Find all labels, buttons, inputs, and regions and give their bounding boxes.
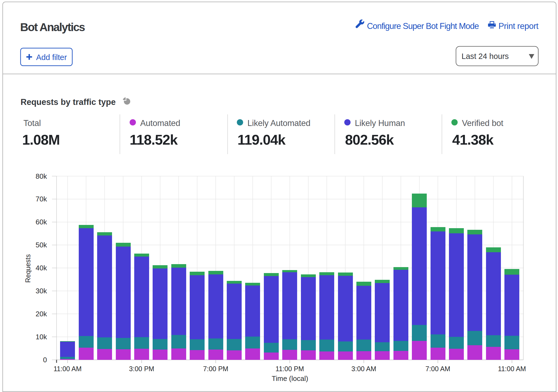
- svg-text:Bot Analytics: Bot Analytics: [20, 21, 85, 34]
- svg-text:11:00 AM: 11:00 AM: [54, 365, 82, 373]
- svg-text:70k: 70k: [36, 195, 47, 203]
- svg-text:7:00 AM: 7:00 AM: [425, 365, 450, 373]
- svg-text:11:00 PM: 11:00 PM: [275, 365, 304, 373]
- svg-text:3:00 PM: 3:00 PM: [129, 365, 154, 373]
- svg-text:3:00 AM: 3:00 AM: [352, 365, 376, 373]
- svg-text:7:00 PM: 7:00 PM: [203, 365, 228, 373]
- svg-text:10k: 10k: [36, 333, 47, 341]
- svg-text:Time (local): Time (local): [272, 374, 308, 383]
- svg-text:1.08M: 1.08M: [22, 132, 60, 148]
- svg-text:Verified bot: Verified bot: [462, 118, 503, 128]
- svg-text:119.04k: 119.04k: [238, 132, 286, 148]
- svg-text:60k: 60k: [36, 218, 47, 226]
- svg-text:Likely Human: Likely Human: [355, 118, 405, 128]
- svg-text:41.38k: 41.38k: [452, 132, 494, 148]
- svg-text:Total: Total: [24, 118, 41, 128]
- svg-text:Configure Super Bot Fight Mode: Configure Super Bot Fight Mode: [367, 21, 479, 31]
- svg-text:0: 0: [43, 356, 47, 364]
- svg-text:Add filter: Add filter: [36, 53, 67, 62]
- svg-text:Likely Automated: Likely Automated: [247, 118, 310, 128]
- svg-text:Requests: Requests: [24, 254, 32, 283]
- svg-text:40k: 40k: [36, 264, 47, 272]
- svg-text:20k: 20k: [36, 310, 47, 318]
- svg-text:11:00 AM: 11:00 AM: [498, 365, 526, 373]
- svg-text:80k: 80k: [36, 172, 47, 180]
- svg-text:Last 24 hours: Last 24 hours: [462, 52, 509, 61]
- svg-text:Print report: Print report: [498, 21, 539, 31]
- svg-text:50k: 50k: [36, 241, 47, 249]
- svg-text:Requests by traffic type: Requests by traffic type: [21, 97, 116, 107]
- svg-text:Automated: Automated: [140, 118, 180, 128]
- svg-text:802.56k: 802.56k: [345, 132, 394, 148]
- svg-text:118.52k: 118.52k: [130, 132, 178, 148]
- svg-text:30k: 30k: [36, 287, 47, 295]
